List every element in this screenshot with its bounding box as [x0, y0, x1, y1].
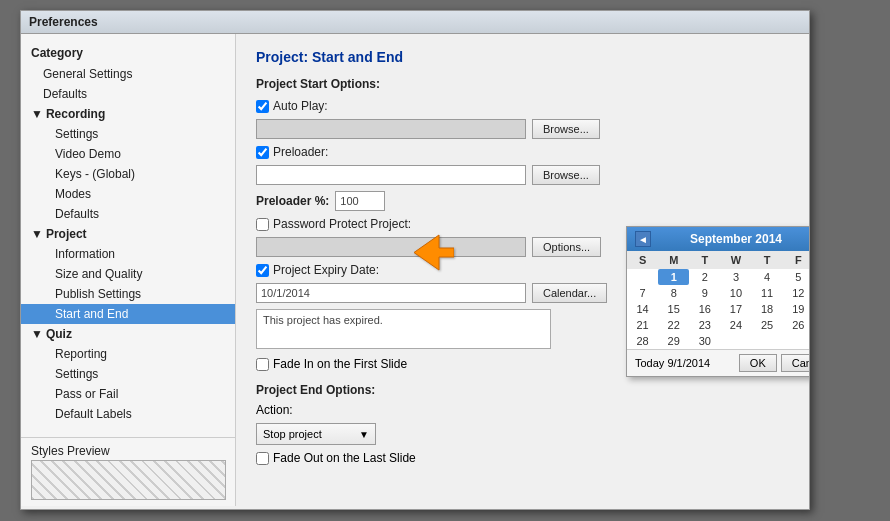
sidebar-item-defaults[interactable]: Defaults — [21, 84, 235, 104]
day-header-mon: M — [658, 251, 689, 269]
calendar-day[interactable]: 7 — [627, 285, 658, 301]
sidebar-item-general-settings[interactable]: General Settings — [21, 64, 235, 84]
calendar-popup: ◄ September 2014 ► S M T W T F — [626, 226, 809, 377]
fade-out-row: Fade Out on the Last Slide — [256, 451, 789, 465]
calendar-day[interactable]: 19 — [783, 301, 809, 317]
calendar-grid: S M T W T F S 12345678910111213141516171… — [627, 251, 809, 349]
styles-preview-section: Styles Preview — [21, 437, 236, 506]
calendar-day[interactable]: 3 — [720, 269, 751, 285]
calendar-day[interactable]: 22 — [658, 317, 689, 333]
fade-out-label: Fade Out on the Last Slide — [273, 451, 416, 465]
calendar-day — [783, 333, 809, 349]
preloader-checkbox[interactable] — [256, 146, 269, 159]
calendar-day — [627, 269, 658, 285]
triangle-quiz-icon: ▼ — [31, 327, 43, 341]
sidebar-item-information[interactable]: Information — [21, 244, 235, 264]
fade-in-checkbox[interactable] — [256, 358, 269, 371]
calendar-day[interactable]: 15 — [658, 301, 689, 317]
calendar-day[interactable]: 18 — [752, 301, 783, 317]
sidebar-item-quiz-settings[interactable]: Settings — [21, 364, 235, 384]
preloader-input-row: Browse... — [256, 165, 789, 185]
calendar-button[interactable]: Calendar... — [532, 283, 607, 303]
calendar-day[interactable]: 21 — [627, 317, 658, 333]
browse1-button[interactable]: Browse... — [532, 119, 600, 139]
sidebar-group-recording[interactable]: ▼Recording — [21, 104, 235, 124]
sidebar-item-size-quality[interactable]: Size and Quality — [21, 264, 235, 284]
preloader-pct-row: Preloader %: — [256, 191, 789, 211]
stop-project-dropdown[interactable]: Stop project ▼ — [256, 423, 376, 445]
sidebar-group-project[interactable]: ▼Project — [21, 224, 235, 244]
sidebar-item-default-labels[interactable]: Default Labels — [21, 404, 235, 424]
calendar-day[interactable]: 4 — [752, 269, 783, 285]
sidebar-item-settings[interactable]: Settings — [21, 124, 235, 144]
calendar-day — [720, 333, 751, 349]
stop-project-row: Stop project ▼ — [256, 423, 789, 445]
calendar-day — [752, 333, 783, 349]
calendar-header: ◄ September 2014 ► — [627, 227, 809, 251]
calendar-day[interactable]: 16 — [689, 301, 720, 317]
sidebar-item-publish-settings[interactable]: Publish Settings — [21, 284, 235, 304]
sidebar-item-keys-global[interactable]: Keys - (Global) — [21, 164, 235, 184]
sidebar-item-recording-defaults[interactable]: Defaults — [21, 204, 235, 224]
preloader-row: Preloader: — [256, 145, 789, 159]
triangle-recording-icon: ▼ — [31, 107, 43, 121]
svg-marker-0 — [414, 235, 454, 270]
calendar-day[interactable]: 25 — [752, 317, 783, 333]
expiry-label: Project Expiry Date: — [256, 263, 379, 277]
day-header-tue: T — [689, 251, 720, 269]
end-options-label: Project End Options: — [256, 383, 789, 397]
action-row: Action: — [256, 403, 789, 417]
calendar-day[interactable]: 28 — [627, 333, 658, 349]
calendar-day[interactable]: 5 — [783, 269, 809, 285]
expiry-input[interactable] — [256, 283, 526, 303]
arrow-left-annotation — [384, 230, 444, 270]
sidebar-item-start-and-end[interactable]: Start and End — [21, 304, 235, 324]
calendar-today-label: Today 9/1/2014 — [635, 357, 710, 369]
fade-out-checkbox[interactable] — [256, 452, 269, 465]
calendar-day[interactable]: 30 — [689, 333, 720, 349]
calendar-day[interactable]: 9 — [689, 285, 720, 301]
calendar-day[interactable]: 10 — [720, 285, 751, 301]
calendar-day[interactable]: 11 — [752, 285, 783, 301]
options-button[interactable]: Options... — [532, 237, 601, 257]
calendar-day[interactable]: 12 — [783, 285, 809, 301]
calendar-day[interactable]: 24 — [720, 317, 751, 333]
day-header-fri: F — [783, 251, 809, 269]
browse2-button[interactable]: Browse... — [532, 165, 600, 185]
calendar-footer-buttons: OK Cancel — [739, 354, 809, 372]
expiry-checkbox[interactable] — [256, 264, 269, 277]
sidebar-item-modes[interactable]: Modes — [21, 184, 235, 204]
sidebar-item-video-demo[interactable]: Video Demo — [21, 144, 235, 164]
calendar-day[interactable]: 1 — [658, 269, 689, 285]
auto-play-input[interactable] — [256, 119, 526, 139]
preloader-input[interactable] — [256, 165, 526, 185]
sidebar-item-pass-or-fail[interactable]: Pass or Fail — [21, 384, 235, 404]
main-content: Project: Start and End Project Start Opt… — [236, 34, 809, 506]
calendar-day[interactable]: 2 — [689, 269, 720, 285]
calendar-day[interactable]: 26 — [783, 317, 809, 333]
section-title: Project: Start and End — [256, 49, 789, 65]
day-header-thu: T — [752, 251, 783, 269]
sidebar-item-reporting[interactable]: Reporting — [21, 344, 235, 364]
day-header-sun: S — [627, 251, 658, 269]
preferences-dialog: Preferences Category General Settings De… — [20, 10, 810, 510]
auto-play-checkbox[interactable] — [256, 100, 269, 113]
calendar-prev-button[interactable]: ◄ — [635, 231, 651, 247]
dropdown-arrow-icon: ▼ — [359, 429, 369, 440]
auto-play-row: Auto Play: — [256, 99, 789, 113]
calendar-day[interactable]: 8 — [658, 285, 689, 301]
sidebar: Category General Settings Defaults ▼Reco… — [21, 34, 236, 506]
calendar-day[interactable]: 17 — [720, 301, 751, 317]
calendar-day[interactable]: 23 — [689, 317, 720, 333]
password-checkbox[interactable] — [256, 218, 269, 231]
calendar-ok-button[interactable]: OK — [739, 354, 777, 372]
preloader-pct-input[interactable] — [335, 191, 385, 211]
password-label: Password Protect Project: — [256, 217, 411, 231]
day-header-wed: W — [720, 251, 751, 269]
calendar-cancel-button[interactable]: Cancel — [781, 354, 809, 372]
auto-play-label: Auto Play: — [256, 99, 328, 113]
styles-preview-label: Styles Preview — [31, 444, 110, 458]
calendar-day[interactable]: 14 — [627, 301, 658, 317]
sidebar-group-quiz[interactable]: ▼Quiz — [21, 324, 235, 344]
calendar-day[interactable]: 29 — [658, 333, 689, 349]
